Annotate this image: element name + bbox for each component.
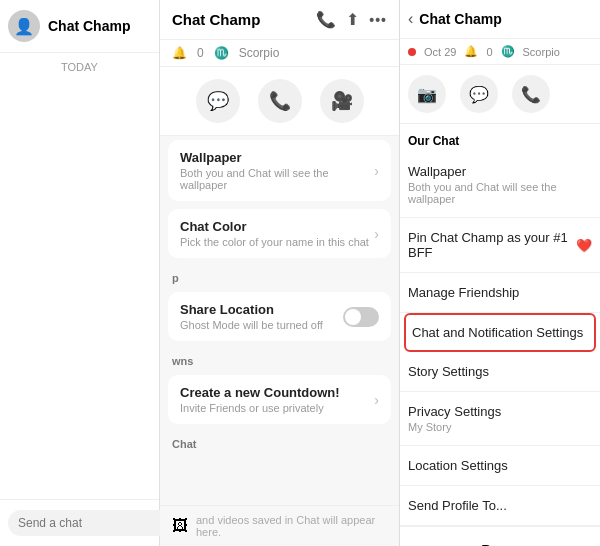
chat-notif-title: Chat and Notification Settings xyxy=(412,325,588,340)
send-profile-item[interactable]: Send Profile To... xyxy=(400,486,600,526)
avatar: 👤 xyxy=(8,10,40,42)
right-panel: ‹ Chat Champ Oct 29 🔔 0 ♏ Scorpio 📷 💬 📞 … xyxy=(400,0,600,546)
countdown-item[interactable]: Create a new Countdown! Invite Friends o… xyxy=(168,375,391,424)
privacy-title: Privacy Settings xyxy=(408,404,592,419)
share-location-title: Share Location xyxy=(180,302,323,317)
mid-footer-photo-icon: 🖼 xyxy=(172,517,188,535)
call-action-btn[interactable]: 📞 xyxy=(258,79,302,123)
done-button[interactable]: Done xyxy=(400,527,600,546)
manage-friendship-item[interactable]: Manage Friendship xyxy=(400,273,600,313)
left-panel: 👤 Chat Champ TODAY 🎤 🎭 👾 xyxy=(0,0,160,546)
right-footer: Done xyxy=(400,526,600,546)
mid-sub-header: 🔔 0 ♏ Scorpio xyxy=(160,40,399,67)
pin-item[interactable]: Pin Chat Champ as your #1 BFF ❤️ xyxy=(400,218,600,273)
location-title: Location Settings xyxy=(408,458,592,473)
wallpaper-right-sub: Both you and Chat will see the wallpaper xyxy=(408,181,592,205)
bell-icon: 🔔 xyxy=(172,46,187,60)
send-chat-input[interactable] xyxy=(8,510,178,536)
mid-footer-bar: 🖼 and videos saved in Chat will appear h… xyxy=(160,505,399,546)
p-label: p xyxy=(160,262,399,288)
share-icon[interactable]: ⬆ xyxy=(346,10,359,29)
scorpio-icon: ♏ xyxy=(214,46,229,60)
countdown-arrow: › xyxy=(374,392,379,408)
right-chat-action-btn[interactable]: 💬 xyxy=(460,75,498,113)
video-action-btn[interactable]: 🎥 xyxy=(320,79,364,123)
more-icon[interactable]: ••• xyxy=(369,12,387,28)
heart-icon: ❤️ xyxy=(576,238,592,253)
our-chat-label: Our Chat xyxy=(400,124,600,152)
privacy-settings-item[interactable]: Privacy Settings My Story xyxy=(400,392,600,446)
mid-action-icons: 💬 📞 🎥 xyxy=(160,67,399,136)
manage-title: Manage Friendship xyxy=(408,285,592,300)
left-header-name: Chat Champ xyxy=(48,18,130,34)
countdown-sub: Invite Friends or use privately xyxy=(180,402,374,414)
right-sub-header: Oct 29 🔔 0 ♏ Scorpio xyxy=(400,39,600,65)
camera-action-btn[interactable]: 📷 xyxy=(408,75,446,113)
chat-action-btn[interactable]: 💬 xyxy=(196,79,240,123)
share-location-toggle[interactable] xyxy=(343,307,379,327)
wallpaper-right-title: Wallpaper xyxy=(408,164,592,179)
status-dot xyxy=(408,48,416,56)
share-location-item: Share Location Ghost Mode will be turned… xyxy=(168,292,391,341)
right-scorpio-label: Scorpio xyxy=(523,46,560,58)
right-call-action-btn[interactable]: 📞 xyxy=(512,75,550,113)
left-footer: 🎤 🎭 👾 xyxy=(0,499,159,546)
mid-panel: Chat Champ 📞 ⬆ ••• 🔔 0 ♏ Scorpio 💬 📞 🎥 W… xyxy=(160,0,400,546)
wallpaper-sub: Both you and Chat will see the wallpaper xyxy=(180,167,374,191)
right-scorpio-icon: ♏ xyxy=(501,45,515,58)
mid-header: Chat Champ 📞 ⬆ ••• xyxy=(160,0,399,40)
story-settings-item[interactable]: Story Settings xyxy=(400,352,600,392)
left-body xyxy=(0,77,159,499)
date-label: Oct 29 xyxy=(424,46,456,58)
wallpaper-right-item[interactable]: Wallpaper Both you and Chat will see the… xyxy=(400,152,600,218)
wallpaper-title: Wallpaper xyxy=(180,150,374,165)
left-header: 👤 Chat Champ xyxy=(0,0,159,53)
wns-label: wns xyxy=(160,345,399,371)
countdown-title: Create a new Countdown! xyxy=(180,385,374,400)
chat-color-title: Chat Color xyxy=(180,219,374,234)
chat-color-sub: Pick the color of your name in this chat xyxy=(180,236,374,248)
right-bell-icon: 🔔 xyxy=(464,45,478,58)
chat-color-item[interactable]: Chat Color Pick the color of your name i… xyxy=(168,209,391,258)
right-header: ‹ Chat Champ xyxy=(400,0,600,39)
chat-color-arrow: › xyxy=(374,226,379,242)
scorpio-label: Scorpio xyxy=(239,46,280,60)
mid-chat-label: Chat xyxy=(160,428,399,454)
pin-title: Pin Chat Champ as your #1 BFF ❤️ xyxy=(408,230,592,260)
privacy-sub: My Story xyxy=(408,421,592,433)
today-label: TODAY xyxy=(0,53,159,77)
chat-notif-item[interactable]: Chat and Notification Settings xyxy=(404,313,596,352)
phone-icon[interactable]: 📞 xyxy=(316,10,336,29)
right-header-name: Chat Champ xyxy=(419,11,501,27)
right-action-icons: 📷 💬 📞 xyxy=(400,65,600,124)
mid-header-name: Chat Champ xyxy=(172,11,260,28)
bell-count: 0 xyxy=(197,46,204,60)
mid-footer-text: and videos saved in Chat will appear her… xyxy=(196,514,387,538)
back-arrow-icon[interactable]: ‹ xyxy=(408,10,413,28)
right-bell-count: 0 xyxy=(486,46,492,58)
share-location-sub: Ghost Mode will be turned off xyxy=(180,319,323,331)
location-settings-item[interactable]: Location Settings xyxy=(400,446,600,486)
wallpaper-arrow: › xyxy=(374,163,379,179)
story-title: Story Settings xyxy=(408,364,592,379)
send-profile-title: Send Profile To... xyxy=(408,498,592,513)
mid-header-icons: 📞 ⬆ ••• xyxy=(316,10,387,29)
wallpaper-item[interactable]: Wallpaper Both you and Chat will see the… xyxy=(168,140,391,201)
